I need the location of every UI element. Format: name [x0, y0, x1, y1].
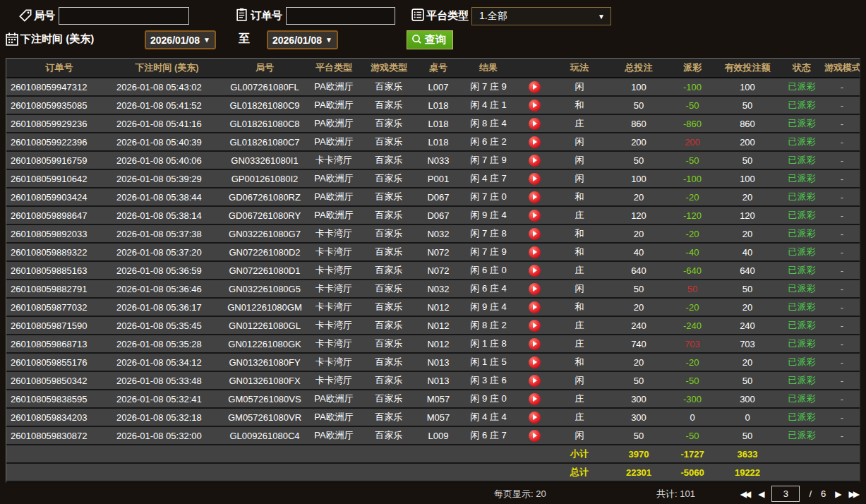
cell-result: 闲 4 庄 4	[459, 408, 518, 426]
replay-button[interactable]	[529, 430, 541, 442]
last-page-button[interactable]: ▶▶	[849, 486, 858, 502]
table-row: 2601080598851632026-01-08 05:36:59GN0722…	[6, 261, 860, 280]
replay-button[interactable]	[529, 191, 541, 203]
cell-round: GL009261080C4	[222, 426, 308, 445]
cell-platform: PA欧洲厅	[308, 408, 360, 426]
replay-button[interactable]	[529, 246, 541, 258]
replay-button[interactable]	[529, 265, 541, 277]
cell-mode: -	[824, 261, 860, 280]
cell-platform: PA欧洲厅	[308, 426, 360, 445]
table-row: 2601080599292362026-01-08 05:41:16GL0182…	[6, 114, 860, 133]
cell-payout: -20	[669, 188, 716, 206]
cell-valid: 40	[716, 243, 779, 261]
cell-order: 260108059855176	[6, 353, 112, 371]
query-button[interactable]: 查询	[407, 30, 453, 49]
cell-game: 百家乐	[360, 169, 418, 188]
date-to-value: 2026/01/08	[272, 35, 322, 46]
subtotal-row-cell-8: 小计	[551, 445, 608, 463]
replay-button[interactable]	[529, 412, 541, 424]
replay-button[interactable]	[529, 173, 541, 185]
grand-total-row-cell-5	[418, 463, 459, 481]
cell-result: 闲 3 庄 6	[459, 371, 518, 390]
cell-total: 20	[608, 224, 669, 243]
cell-game: 百家乐	[360, 408, 418, 426]
cell-status: 已派彩	[779, 169, 824, 188]
cell-status: 已派彩	[779, 426, 824, 445]
next-page-button[interactable]: ▶	[835, 486, 839, 502]
replay-button[interactable]	[529, 228, 541, 240]
page-number-input[interactable]	[771, 486, 800, 502]
replay-button[interactable]	[529, 393, 541, 405]
replay-button[interactable]	[529, 155, 541, 167]
round-number-input[interactable]	[59, 7, 189, 25]
cell-result: 闲 7 庄 0	[459, 188, 518, 206]
replay-button[interactable]	[529, 81, 541, 93]
cell-table_no: N012	[418, 298, 459, 316]
table-row: 2601080599106422026-01-08 05:39:29GP0012…	[6, 169, 860, 188]
replay-cell	[518, 169, 551, 188]
cell-valid: 50	[716, 151, 779, 169]
cell-table_no: N033	[418, 151, 459, 169]
cell-table_no: N012	[418, 335, 459, 353]
cell-table_no: P001	[418, 169, 459, 188]
cell-status: 已派彩	[779, 78, 824, 96]
cell-game: 百家乐	[360, 151, 418, 169]
subtotal-row-cell-7	[518, 445, 551, 463]
replay-cell	[518, 114, 551, 133]
date-from-picker[interactable]: 2026/01/08 ▼	[145, 30, 216, 49]
table-row: 2601080598551762026-01-08 05:34:12GN0132…	[6, 353, 860, 371]
cell-game: 百家乐	[360, 78, 418, 96]
cell-total: 300	[608, 390, 669, 408]
cell-payout: -40	[669, 243, 716, 261]
cell-mode: -	[824, 114, 860, 133]
cell-order: 260108059935085	[6, 96, 112, 114]
cell-bet: 庄	[551, 261, 608, 280]
replay-button[interactable]	[529, 100, 541, 112]
cell-time: 2026-01-08 05:36:17	[112, 298, 222, 316]
cell-mode: -	[824, 188, 860, 206]
replay-button[interactable]	[529, 301, 541, 313]
platform-type-select[interactable]: 1.全部 ▼	[471, 7, 611, 25]
replay-button[interactable]	[529, 210, 541, 222]
cell-payout: -640	[669, 261, 716, 280]
replay-button[interactable]	[529, 338, 541, 350]
cell-table_no: L007	[418, 78, 459, 96]
cell-result: 闲 1 庄 8	[459, 335, 518, 353]
cell-round: GN012261080GL	[222, 316, 308, 335]
cell-round: GP001261080I2	[222, 169, 308, 188]
bet-time-label: 下注时间 (美东)	[20, 32, 94, 46]
cell-bet: 闲	[551, 426, 608, 445]
prev-page-button[interactable]: ◀	[758, 486, 762, 502]
replay-cell	[518, 280, 551, 298]
replay-button[interactable]	[529, 375, 541, 387]
replay-button[interactable]	[529, 356, 541, 368]
cell-bet: 庄	[551, 316, 608, 335]
cell-order: 260108059830872	[6, 426, 112, 445]
grand-total-row-cell-7	[518, 463, 551, 481]
date-to-picker[interactable]: 2026/01/08 ▼	[267, 30, 338, 49]
subtotal-row-cell-13	[824, 445, 860, 463]
replay-button[interactable]	[529, 283, 541, 295]
cell-valid: 20	[716, 298, 779, 316]
cell-platform: PA欧洲厅	[308, 96, 360, 114]
cell-mode: -	[824, 371, 860, 390]
cell-result: 闲 9 庄 4	[459, 298, 518, 316]
table-row: 2601080598687132026-01-08 05:35:28GN0122…	[6, 335, 860, 353]
cell-table_no: N013	[418, 371, 459, 390]
tag-icon	[19, 9, 32, 25]
first-page-button[interactable]: ◀◀	[740, 486, 749, 502]
order-number-input[interactable]	[286, 7, 395, 25]
cell-valid: 240	[716, 316, 779, 335]
cell-platform: 卡卡湾厅	[308, 371, 360, 390]
clipboard-icon	[236, 8, 248, 24]
replay-button[interactable]	[529, 118, 541, 130]
replay-button[interactable]	[529, 320, 541, 332]
cell-bet: 和	[551, 96, 608, 114]
cell-platform: PA欧洲厅	[308, 206, 360, 224]
replay-button[interactable]	[529, 136, 541, 148]
list-icon	[411, 8, 424, 24]
cell-game: 百家乐	[360, 114, 418, 133]
cell-total: 50	[608, 426, 669, 445]
cell-total: 300	[608, 408, 669, 426]
cell-total: 50	[608, 96, 669, 114]
